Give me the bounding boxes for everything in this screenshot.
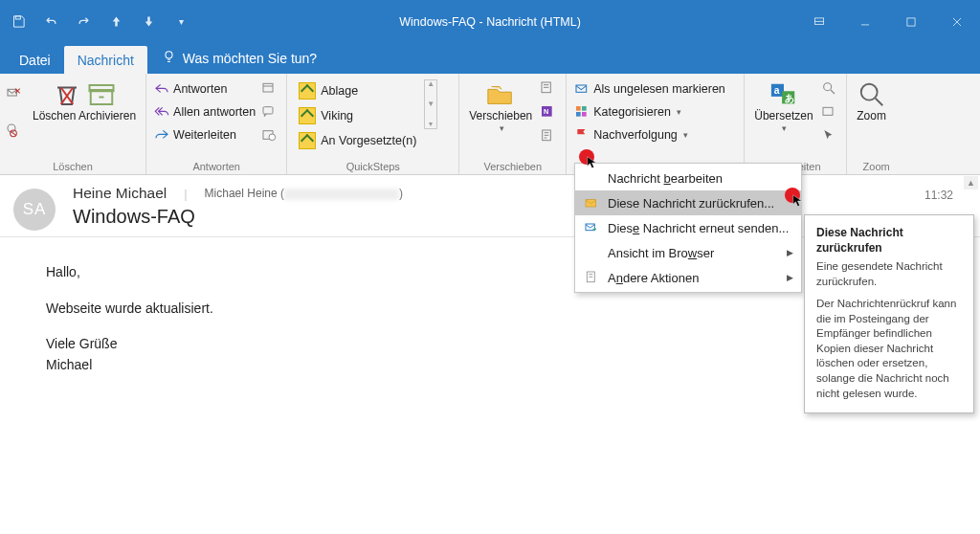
group-move-label: Verschieben — [463, 159, 562, 174]
group-respond: Antworten Allen antworten Weiterleiten A… — [146, 74, 287, 174]
svg-rect-34 — [582, 106, 587, 111]
move-icon — [486, 79, 515, 110]
respond-mini-col — [259, 76, 282, 148]
menu-resend-message[interactable]: Diese Nachricht erneut senden... — [575, 215, 801, 240]
svg-text:あ: あ — [785, 93, 794, 104]
quick-access-toolbar: ▾ — [0, 9, 195, 35]
select-icon[interactable] — [819, 124, 838, 147]
mark-unread-button[interactable]: Als ungelesen markieren — [570, 78, 729, 100]
move-button[interactable]: Verschieben▾ — [463, 76, 538, 133]
menu-recall-message[interactable]: Diese Nachricht zurückrufen... — [575, 190, 801, 215]
redacted-email — [284, 189, 399, 200]
bulb-icon — [161, 49, 177, 68]
maximize-icon[interactable] — [888, 8, 934, 36]
svg-rect-43 — [823, 107, 833, 115]
zoom-icon — [858, 79, 886, 110]
highlight-marker — [579, 149, 594, 165]
tell-me-search[interactable]: Was möchten Sie tun? — [147, 49, 326, 74]
followup-button[interactable]: Nachverfolgung▾ — [570, 123, 729, 146]
svg-point-41 — [823, 82, 831, 90]
group-quicksteps-label: QuickSteps — [291, 159, 455, 174]
ribbon: Löschen Archivieren Löschen Antworten Al… — [0, 74, 980, 175]
actions-dropdown: Nachricht bearbeiten Diese Nachricht zur… — [574, 163, 802, 293]
edit-mini-col — [819, 76, 842, 148]
svg-text:N: N — [544, 107, 548, 116]
redo-icon[interactable] — [69, 9, 98, 35]
more-respond-icon[interactable] — [259, 124, 278, 147]
svg-rect-0 — [15, 16, 20, 19]
categorize-button[interactable]: Kategorisieren▾ — [570, 100, 729, 123]
resend-icon — [583, 220, 600, 235]
zoom-button[interactable]: Zoom — [851, 76, 893, 123]
close-icon[interactable] — [934, 8, 980, 36]
body-line: Webseite wurde aktualisiert. — [46, 299, 934, 320]
folder-icon — [299, 107, 316, 124]
actions-icon[interactable] — [538, 124, 557, 147]
tell-me-placeholder: Was möchten Sie tun? — [183, 51, 317, 66]
submenu-arrow-icon: ▶ — [787, 248, 793, 257]
minimize-icon[interactable] — [842, 8, 888, 36]
delete-archive-button[interactable]: Löschen Archivieren — [27, 76, 142, 123]
cursor-icon — [587, 156, 597, 172]
svg-line-45 — [875, 99, 882, 106]
qat-more-icon[interactable]: ▾ — [167, 9, 195, 35]
title-bar: ▾ Windows-FAQ - Nachricht (HTML) — [0, 0, 980, 43]
undo-icon[interactable] — [36, 9, 65, 35]
ribbon-display-icon[interactable] — [796, 8, 842, 36]
window-controls — [796, 0, 980, 43]
group-delete-label: Löschen — [4, 159, 142, 174]
quicksteps-scroll[interactable]: ▲▼▾ — [424, 79, 437, 129]
ribbon-tabs: Datei Nachricht Was möchten Sie tun? — [0, 43, 980, 74]
quickstep-item[interactable]: Ablage — [295, 79, 420, 102]
down-arrow-icon[interactable] — [134, 9, 163, 35]
meeting-icon[interactable] — [259, 77, 278, 100]
svg-rect-35 — [576, 112, 581, 117]
svg-rect-20 — [263, 107, 273, 114]
group-respond-label: Antworten — [150, 159, 282, 174]
highlight-marker — [785, 188, 800, 203]
forward-button[interactable]: Weiterleiten — [150, 123, 259, 146]
window-title: Windows-FAQ - Nachricht (HTML) — [399, 15, 581, 29]
body-line: Viele Grüße — [46, 334, 934, 355]
menu-other-actions[interactable]: Andere Aktionen ▶ — [575, 265, 801, 290]
menu-edit-message[interactable]: Nachricht bearbeiten — [575, 166, 801, 190]
submenu-arrow-icon: ▶ — [787, 273, 793, 282]
svg-rect-33 — [576, 106, 581, 111]
folder-icon — [299, 132, 316, 149]
reply-all-button[interactable]: Allen antworten — [150, 100, 259, 123]
ignore-icon[interactable] — [4, 82, 23, 105]
translate-icon: aあ — [769, 79, 798, 110]
reply-button[interactable]: Antworten — [150, 78, 259, 100]
svg-point-44 — [860, 84, 877, 100]
tooltip-title: Diese Nachricht zurückrufen — [816, 225, 962, 256]
onenote-icon[interactable]: N — [538, 100, 557, 123]
find-icon[interactable] — [819, 77, 838, 100]
rules-icon[interactable] — [538, 77, 557, 100]
tab-file[interactable]: Datei — [6, 46, 64, 74]
sender-name: Heine Michael — [73, 185, 167, 202]
quickstep-item[interactable]: An Vorgesetzte(n) — [295, 129, 420, 152]
delete-archive-label: Löschen Archivieren — [33, 110, 136, 123]
svg-rect-36 — [582, 112, 587, 117]
group-edit: aあ Übersetzen▾ Bearbeiten — [745, 74, 846, 174]
up-arrow-icon[interactable] — [101, 9, 130, 35]
svg-point-22 — [269, 134, 276, 141]
recipient: Michael Heine () — [205, 187, 403, 200]
delete-icon — [53, 79, 116, 110]
save-icon[interactable] — [4, 9, 33, 35]
folder-icon — [299, 82, 316, 100]
group-zoom-label: Zoom — [851, 159, 902, 174]
tooltip-recall: Diese Nachricht zurückrufen Eine gesende… — [804, 214, 974, 413]
junk-icon[interactable] — [4, 119, 23, 142]
tooltip-text: Eine gesendete Nachricht zurückrufen. — [816, 259, 962, 289]
group-quicksteps: Ablage Viking An Vorgesetzte(n) ▲▼▾ Quic… — [287, 74, 459, 174]
svg-rect-18 — [263, 83, 273, 92]
group-zoom: Zoom Zoom — [847, 74, 906, 174]
translate-button[interactable]: aあ Übersetzen▾ — [748, 76, 818, 133]
related-icon[interactable] — [819, 100, 838, 123]
quickstep-item[interactable]: Viking — [295, 104, 420, 127]
message-time: 11:32 — [924, 189, 953, 202]
im-icon[interactable] — [259, 100, 278, 123]
menu-view-browser[interactable]: Ansicht im Browser ▶ — [575, 240, 801, 265]
tab-message[interactable]: Nachricht — [64, 46, 147, 74]
